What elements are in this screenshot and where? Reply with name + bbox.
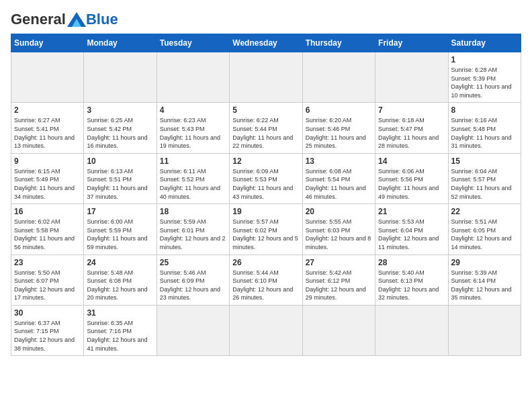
- calendar-cell: [448, 305, 521, 355]
- calendar-cell: 1Sunrise: 6:28 AM Sunset: 5:39 PM Daylig…: [448, 52, 521, 103]
- day-number: 16: [14, 207, 81, 216]
- calendar-cell: 20Sunrise: 5:55 AM Sunset: 6:03 PM Dayli…: [302, 204, 375, 255]
- calendar-week-row: 30Sunrise: 6:37 AM Sunset: 7:15 PM Dayli…: [11, 305, 521, 355]
- day-info: Sunrise: 6:37 AM Sunset: 7:15 PM Dayligh…: [14, 319, 81, 353]
- day-number: 3: [87, 105, 153, 115]
- calendar-cell: 29Sunrise: 5:39 AM Sunset: 6:14 PM Dayli…: [448, 255, 521, 305]
- day-info: Sunrise: 6:20 AM Sunset: 5:46 PM Dayligh…: [306, 116, 372, 150]
- day-info: Sunrise: 6:25 AM Sunset: 5:42 PM Dayligh…: [87, 116, 153, 150]
- day-info: Sunrise: 6:16 AM Sunset: 5:48 PM Dayligh…: [451, 116, 518, 150]
- day-number: 25: [160, 258, 226, 267]
- day-number: 26: [232, 258, 299, 267]
- col-header-saturday: Saturday: [448, 34, 521, 52]
- col-header-wednesday: Wednesday: [230, 34, 302, 52]
- calendar-cell: 16Sunrise: 6:02 AM Sunset: 5:58 PM Dayli…: [11, 204, 84, 255]
- calendar-cell: 21Sunrise: 5:53 AM Sunset: 6:04 PM Dayli…: [375, 204, 448, 255]
- calendar-cell: 9Sunrise: 6:15 AM Sunset: 5:49 PM Daylig…: [11, 153, 84, 203]
- logo: General Blue: [11, 11, 118, 28]
- day-info: Sunrise: 5:42 AM Sunset: 6:12 PM Dayligh…: [306, 269, 372, 302]
- day-number: 9: [14, 156, 81, 166]
- calendar-cell: 11Sunrise: 6:11 AM Sunset: 5:52 PM Dayli…: [157, 153, 229, 203]
- calendar-cell: 18Sunrise: 5:59 AM Sunset: 6:01 PM Dayli…: [157, 204, 229, 255]
- day-number: 4: [160, 105, 226, 115]
- day-info: Sunrise: 5:55 AM Sunset: 6:03 PM Dayligh…: [306, 218, 372, 251]
- day-info: Sunrise: 5:57 AM Sunset: 6:02 PM Dayligh…: [232, 218, 299, 251]
- calendar-cell: 25Sunrise: 5:46 AM Sunset: 6:09 PM Dayli…: [157, 255, 229, 305]
- day-number: 6: [306, 105, 372, 115]
- calendar-cell: 4Sunrise: 6:23 AM Sunset: 5:43 PM Daylig…: [157, 103, 229, 153]
- day-number: 27: [306, 258, 372, 267]
- calendar-cell: 28Sunrise: 5:40 AM Sunset: 6:13 PM Dayli…: [375, 255, 448, 305]
- day-info: Sunrise: 6:09 AM Sunset: 5:53 PM Dayligh…: [232, 167, 299, 201]
- day-number: 13: [306, 156, 372, 166]
- calendar-cell: 15Sunrise: 6:04 AM Sunset: 5:57 PM Dayli…: [448, 153, 521, 203]
- day-number: 7: [378, 105, 445, 115]
- calendar-cell: [375, 52, 448, 103]
- day-number: 30: [14, 308, 81, 318]
- day-number: 10: [87, 156, 153, 166]
- calendar-cell: 12Sunrise: 6:09 AM Sunset: 5:53 PM Dayli…: [230, 153, 302, 203]
- day-number: 5: [232, 105, 299, 115]
- calendar-cell: 19Sunrise: 5:57 AM Sunset: 6:02 PM Dayli…: [230, 204, 302, 255]
- day-info: Sunrise: 6:15 AM Sunset: 5:49 PM Dayligh…: [14, 167, 81, 201]
- calendar-cell: 3Sunrise: 6:25 AM Sunset: 5:42 PM Daylig…: [84, 103, 157, 153]
- calendar-week-row: 23Sunrise: 5:50 AM Sunset: 6:07 PM Dayli…: [11, 255, 521, 305]
- calendar-week-row: 1Sunrise: 6:28 AM Sunset: 5:39 PM Daylig…: [11, 52, 521, 103]
- day-info: Sunrise: 6:28 AM Sunset: 5:39 PM Dayligh…: [451, 66, 518, 99]
- calendar-cell: 6Sunrise: 6:20 AM Sunset: 5:46 PM Daylig…: [302, 103, 375, 153]
- day-info: Sunrise: 5:48 AM Sunset: 6:08 PM Dayligh…: [87, 269, 153, 302]
- day-info: Sunrise: 6:35 AM Sunset: 7:16 PM Dayligh…: [87, 319, 153, 353]
- calendar-cell: 23Sunrise: 5:50 AM Sunset: 6:07 PM Dayli…: [11, 255, 84, 305]
- calendar-cell: 2Sunrise: 6:27 AM Sunset: 5:41 PM Daylig…: [11, 103, 84, 153]
- calendar-table: SundayMondayTuesdayWednesdayThursdayFrid…: [11, 34, 521, 356]
- day-number: 22: [451, 207, 518, 216]
- calendar-cell: 10Sunrise: 6:13 AM Sunset: 5:51 PM Dayli…: [84, 153, 157, 203]
- calendar-cell: 24Sunrise: 5:48 AM Sunset: 6:08 PM Dayli…: [84, 255, 157, 305]
- day-info: Sunrise: 5:44 AM Sunset: 6:10 PM Dayligh…: [232, 269, 299, 302]
- calendar-cell: [157, 52, 229, 103]
- calendar-header-row: SundayMondayTuesdayWednesdayThursdayFrid…: [11, 34, 521, 52]
- calendar-cell: 14Sunrise: 6:06 AM Sunset: 5:56 PM Dayli…: [375, 153, 448, 203]
- calendar-cell: [230, 52, 302, 103]
- day-number: 19: [232, 207, 299, 216]
- day-number: 17: [87, 207, 153, 216]
- col-header-thursday: Thursday: [302, 34, 375, 52]
- day-number: 23: [14, 258, 81, 267]
- day-info: Sunrise: 5:59 AM Sunset: 6:01 PM Dayligh…: [160, 218, 226, 251]
- calendar-week-row: 16Sunrise: 6:02 AM Sunset: 5:58 PM Dayli…: [11, 204, 521, 255]
- logo-blue-text: Blue: [86, 11, 118, 28]
- day-number: 31: [87, 308, 153, 318]
- day-number: 20: [306, 207, 372, 216]
- day-info: Sunrise: 5:39 AM Sunset: 6:14 PM Dayligh…: [451, 269, 518, 302]
- calendar-cell: [302, 305, 375, 355]
- calendar-cell: 30Sunrise: 6:37 AM Sunset: 7:15 PM Dayli…: [11, 305, 84, 355]
- day-info: Sunrise: 6:13 AM Sunset: 5:51 PM Dayligh…: [87, 167, 153, 201]
- day-info: Sunrise: 5:40 AM Sunset: 6:13 PM Dayligh…: [378, 269, 445, 302]
- day-info: Sunrise: 6:02 AM Sunset: 5:58 PM Dayligh…: [14, 218, 81, 251]
- day-info: Sunrise: 6:06 AM Sunset: 5:56 PM Dayligh…: [378, 167, 445, 201]
- day-number: 12: [232, 156, 299, 166]
- day-number: 14: [378, 156, 445, 166]
- day-info: Sunrise: 5:46 AM Sunset: 6:09 PM Dayligh…: [160, 269, 226, 302]
- day-info: Sunrise: 5:51 AM Sunset: 6:05 PM Dayligh…: [451, 218, 518, 251]
- calendar-cell: [302, 52, 375, 103]
- calendar-cell: 26Sunrise: 5:44 AM Sunset: 6:10 PM Dayli…: [230, 255, 302, 305]
- calendar-cell: 22Sunrise: 5:51 AM Sunset: 6:05 PM Dayli…: [448, 204, 521, 255]
- day-info: Sunrise: 6:22 AM Sunset: 5:44 PM Dayligh…: [232, 116, 299, 150]
- logo-icon: [67, 12, 86, 27]
- calendar-week-row: 9Sunrise: 6:15 AM Sunset: 5:49 PM Daylig…: [11, 153, 521, 203]
- day-info: Sunrise: 5:50 AM Sunset: 6:07 PM Dayligh…: [14, 269, 81, 302]
- calendar-cell: 13Sunrise: 6:08 AM Sunset: 5:54 PM Dayli…: [302, 153, 375, 203]
- day-info: Sunrise: 6:18 AM Sunset: 5:47 PM Dayligh…: [378, 116, 445, 150]
- col-header-friday: Friday: [375, 34, 448, 52]
- calendar-cell: 31Sunrise: 6:35 AM Sunset: 7:16 PM Dayli…: [84, 305, 157, 355]
- calendar-cell: [84, 52, 157, 103]
- col-header-monday: Monday: [84, 34, 157, 52]
- day-number: 28: [378, 258, 445, 267]
- col-header-tuesday: Tuesday: [157, 34, 229, 52]
- col-header-sunday: Sunday: [11, 34, 84, 52]
- calendar-cell: 17Sunrise: 6:00 AM Sunset: 5:59 PM Dayli…: [84, 204, 157, 255]
- logo-general-text: General: [11, 11, 66, 28]
- day-number: 2: [14, 105, 81, 115]
- day-info: Sunrise: 6:00 AM Sunset: 5:59 PM Dayligh…: [87, 218, 153, 251]
